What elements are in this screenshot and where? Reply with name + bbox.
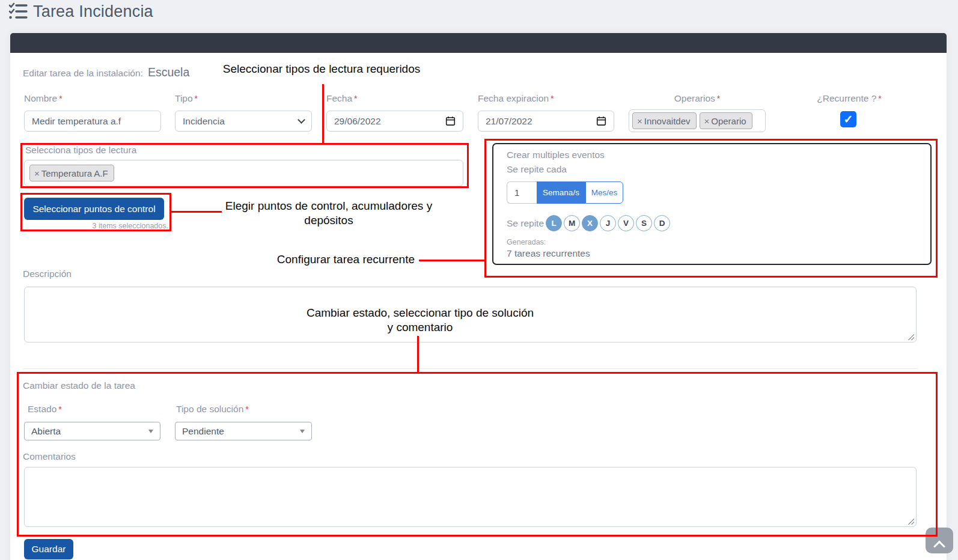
- cambiar-estado-title: Cambiar estado de la tarea: [23, 380, 135, 391]
- day-toggle-s[interactable]: S: [636, 215, 652, 231]
- lectura-label: Selecciona tipos de lectura: [25, 145, 136, 156]
- task-list-icon: [8, 2, 28, 20]
- remove-tag-icon[interactable]: ×: [637, 116, 642, 126]
- calendar-icon[interactable]: [596, 116, 606, 126]
- lectura-multiselect[interactable]: × Temperatura A.F: [24, 160, 463, 186]
- comentarios-label: Comentarios: [23, 451, 76, 462]
- chevron-up-icon: [933, 540, 945, 552]
- required-asterisk: *: [878, 94, 881, 103]
- nombre-value: Medir temperatura a.f: [32, 116, 153, 127]
- dropdown-arrow-icon: [148, 430, 153, 433]
- comentarios-textarea[interactable]: [24, 467, 917, 527]
- section-divider: [23, 368, 917, 369]
- estado-select[interactable]: Abierta: [24, 422, 160, 440]
- operario-tag: × Innovaitdev: [632, 112, 697, 129]
- unit-meses-button[interactable]: Mes/es: [585, 181, 623, 204]
- required-asterisk: *: [245, 404, 248, 414]
- remove-tag-icon[interactable]: ×: [34, 168, 40, 178]
- tipo-solucion-select[interactable]: Pendiente: [175, 422, 312, 440]
- dropdown-arrow-icon: [300, 430, 305, 433]
- annotation-estado: Cambiar estado, seleccionar tipo de solu…: [249, 306, 591, 335]
- day-toggle-d[interactable]: D: [654, 215, 670, 231]
- annotation-estado-line1: Cambiar estado, seleccionar tipo de solu…: [249, 306, 591, 320]
- page-title-row: Tarea Incidencia: [8, 0, 153, 23]
- day-toggle-v[interactable]: V: [618, 215, 634, 231]
- fecha-expiracion-input[interactable]: 21/07/2022: [478, 111, 614, 132]
- card-subtitle: Editar tarea de la instalación: Escuela: [23, 65, 189, 79]
- required-asterisk: *: [354, 94, 357, 103]
- recurrente-label: ¿Recurrente ?*: [807, 93, 891, 104]
- page-background: Tarea Incidencia Editar tarea de la inst…: [0, 0, 958, 560]
- operario-tag: × Operario: [700, 112, 752, 129]
- day-toggle-x[interactable]: X: [582, 215, 598, 231]
- annotation-puntos-line2: depósitos: [221, 213, 436, 228]
- fecha-expiracion-value: 21/07/2022: [486, 116, 596, 127]
- se-repite-cada-label: Se repite cada: [507, 164, 567, 175]
- fecha-expiracion-label: Fecha expiracion*: [478, 93, 554, 104]
- operario-tag-label: Operario: [711, 116, 746, 126]
- weekday-selector: L M X J V S D: [546, 215, 670, 231]
- required-asterisk: *: [551, 94, 554, 103]
- operario-tag-label: Innovaitdev: [644, 116, 691, 126]
- required-asterisk: *: [717, 94, 720, 103]
- chevron-down-icon: [297, 116, 305, 124]
- card-header-bar: [10, 33, 947, 53]
- nombre-input[interactable]: Medir temperatura a.f: [24, 111, 161, 132]
- generadas-value: 7 tareas recurrentes: [507, 248, 590, 259]
- fecha-value: 29/06/2022: [334, 116, 445, 127]
- estado-value: Abierta: [31, 426, 148, 437]
- operarios-multiselect[interactable]: × Innovaitdev × Operario: [629, 109, 766, 132]
- lectura-tag-label: Temperatura A.F: [41, 168, 108, 178]
- required-asterisk: *: [195, 94, 198, 103]
- tipo-select[interactable]: Incidencia: [175, 111, 312, 132]
- check-icon: ✓: [844, 112, 853, 126]
- descripcion-label: Descripción: [23, 269, 72, 279]
- remove-tag-icon[interactable]: ×: [704, 116, 710, 126]
- recurrente-checkbox[interactable]: ✓: [840, 111, 856, 127]
- guardar-button[interactable]: Guardar: [24, 539, 73, 559]
- estado-label: Estado*: [28, 404, 62, 415]
- crear-eventos-title: Crear multiples eventos: [507, 150, 605, 160]
- day-toggle-l[interactable]: L: [546, 215, 562, 231]
- annotation-puntos-line1: Elegir puntos de control, acumuladores y: [221, 199, 436, 213]
- unit-semanas-button[interactable]: Semana/s: [537, 181, 585, 204]
- edit-prefix-label: Editar tarea de la instalación:: [23, 68, 143, 79]
- tipo-solucion-value: Pendiente: [182, 426, 300, 437]
- annotation-recurrente: Configurar tarea recurrente: [264, 252, 415, 267]
- calendar-icon[interactable]: [445, 116, 456, 126]
- interval-input[interactable]: [507, 181, 537, 204]
- tipo-value: Incidencia: [183, 116, 299, 127]
- nombre-label: Nombre*: [24, 93, 63, 104]
- page-title: Tarea Incidencia: [33, 2, 153, 21]
- annotation-puntos: Elegir puntos de control, acumuladores y…: [221, 199, 436, 228]
- items-seleccionados-text: 3 items seleccionados.: [24, 222, 168, 230]
- generadas-label: Generadas:: [507, 238, 546, 246]
- operarios-label: Operarios*: [629, 93, 766, 104]
- tipo-label: Tipo*: [175, 93, 198, 104]
- recurrence-panel: [492, 143, 932, 265]
- day-toggle-m[interactable]: M: [564, 215, 580, 231]
- annotation-estado-line2: y comentario: [249, 320, 591, 335]
- fecha-input[interactable]: 29/06/2022: [326, 111, 463, 132]
- required-asterisk: *: [59, 94, 62, 103]
- resize-handle-icon[interactable]: [907, 517, 914, 525]
- scroll-to-top-button[interactable]: [926, 528, 953, 553]
- tipo-solucion-label: Tipo de solución*: [176, 404, 249, 415]
- seleccionar-puntos-button[interactable]: Seleccionar puntos de control: [24, 198, 164, 220]
- fecha-label: Fecha*: [326, 93, 358, 104]
- day-toggle-j[interactable]: J: [600, 215, 616, 231]
- annotation-lectura: Seleccionar tipos de lectura requeridos: [180, 62, 463, 76]
- required-asterisk: *: [58, 404, 61, 414]
- lectura-tag: × Temperatura A.F: [29, 165, 114, 181]
- resize-handle-icon[interactable]: [907, 333, 914, 340]
